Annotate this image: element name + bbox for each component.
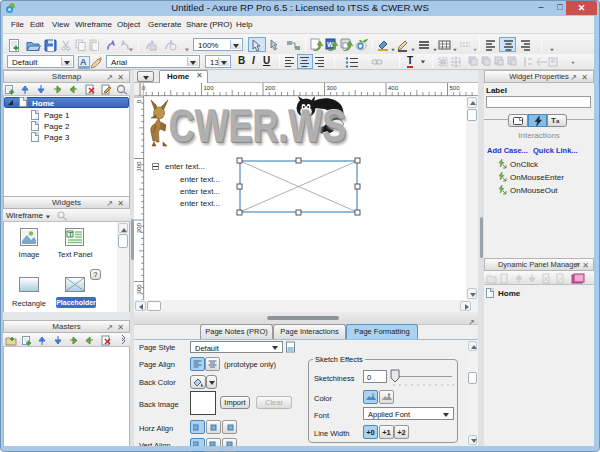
svg-text:A: A (80, 57, 87, 67)
svg-text:500: 500 (450, 85, 461, 91)
svg-text:0: 0 (142, 85, 146, 91)
svg-text:100: 100 (136, 161, 142, 172)
svg-text:100: 100 (204, 85, 215, 91)
svg-text:300: 300 (327, 85, 338, 91)
svg-text:0: 0 (136, 99, 142, 103)
svg-text:200: 200 (265, 85, 276, 91)
svg-text:400: 400 (388, 85, 399, 91)
svg-text:200: 200 (136, 222, 142, 233)
svg-text:300: 300 (136, 284, 142, 295)
svg-text:T: T (68, 230, 73, 239)
